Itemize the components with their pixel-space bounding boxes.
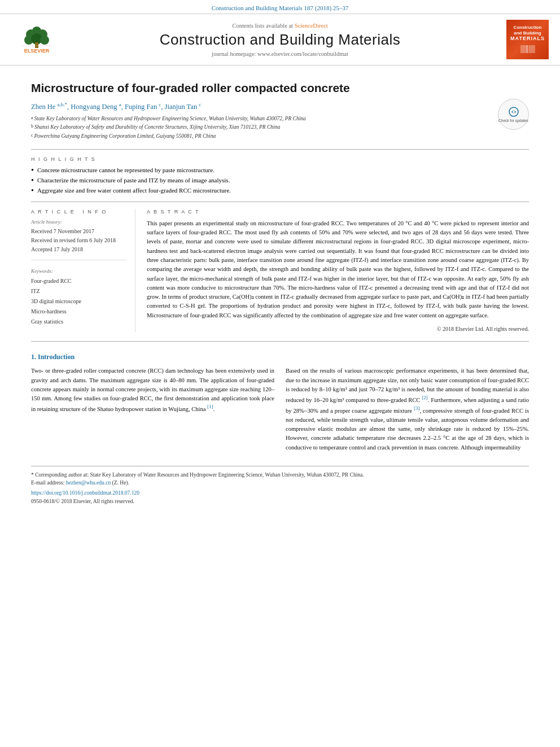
logo-line2: and Building: [514, 30, 541, 36]
body-text-left: Two- or three-graded roller compacted co…: [31, 366, 274, 414]
logo-icon: [519, 44, 536, 54]
affiliations: a State Key Laboratory of Water Resource…: [31, 115, 529, 140]
bullet-icon-2: •: [31, 177, 34, 185]
content-area: Microstructure of four-graded roller com…: [0, 65, 560, 516]
body-text-right: Based on the results of various macrosco…: [286, 366, 529, 452]
svg-point-6: [40, 36, 49, 45]
bullet-icon-3: •: [31, 187, 34, 195]
abstract-col: A B S T R A C T This paper presents an e…: [147, 209, 529, 332]
bullet-icon: •: [31, 167, 34, 174]
highlight-1: • Concrete microstructure cannot be repr…: [31, 167, 529, 174]
footnote-email[interactable]: hezhen@whu.edu.cn: [66, 480, 111, 486]
article-info-abstract: A R T I C L E I N F O Article history: R…: [31, 209, 529, 332]
keyword-3: 3D digital microscope: [31, 296, 126, 307]
highlight-3: • Aggregate size and free water content …: [31, 187, 529, 195]
journal-homepage: journal homepage: www.elsevier.com/locat…: [68, 51, 492, 57]
journal-title: Construction and Building Materials: [68, 31, 492, 49]
copyright: © 2018 Elsevier Ltd. All rights reserved…: [147, 326, 529, 332]
body-col-left: Two- or three-graded roller compacted co…: [31, 366, 274, 456]
author-he-sup: a,b,*: [58, 102, 68, 107]
affil-c: c Powerchina Guiyang Engineering Corpora…: [31, 132, 529, 140]
contents-available: Contents lists available at ScienceDirec…: [68, 23, 492, 29]
author-tan-sup: c: [199, 102, 201, 107]
accepted-date: Accepted 17 July 2018: [31, 245, 126, 254]
ref-1: [1]: [207, 404, 213, 409]
received-revised-date: Received in revised form 6 July 2018: [31, 236, 126, 245]
elsevier-logo: ELSEVIER: [11, 24, 62, 55]
footnote-email-row: E-mail address: hezhen@whu.edu.cn (Z. He…: [31, 479, 529, 487]
highlight-2-text: Characterize the microstructure of paste…: [37, 177, 230, 184]
check-updates-label: Check for updates: [498, 119, 528, 123]
body-two-col: Two- or three-graded roller compacted co…: [31, 366, 529, 456]
received-date: Received 7 November 2017: [31, 227, 126, 236]
elsevier-logo-svg: ELSEVIER: [13, 24, 61, 55]
divider-kw: [31, 260, 126, 260]
doi-link[interactable]: https://doi.org/10.1016/j.conbuildmat.20…: [31, 490, 139, 496]
author-deng-sup: a: [119, 102, 121, 107]
journal-header: ELSEVIER Contents lists available at Sci…: [0, 14, 560, 65]
section1-heading: 1. Introduction: [31, 352, 529, 362]
affil-b: b Shanxi Key Laboratory of Safety and Du…: [31, 123, 529, 131]
author-hongyang-deng: Hongyang Deng: [71, 103, 117, 111]
author-fan-sup: c: [159, 102, 161, 107]
ref-3: [3]: [414, 405, 420, 411]
author-jianjun-tan: Jianjun Tan: [165, 103, 198, 111]
svg-text:ELSEVIER: ELSEVIER: [24, 48, 49, 54]
logo-line3: MATERIALS: [510, 36, 545, 42]
svg-rect-7: [35, 42, 38, 48]
footnote-email-label: E-mail address:: [31, 480, 64, 486]
article-info-col: A R T I C L E I N F O Article history: R…: [31, 209, 135, 332]
article-info-label: A R T I C L E I N F O: [31, 209, 126, 215]
highlight-2: • Characterize the microstructure of pas…: [31, 177, 529, 185]
journal-logo-right: Construction and Building MATERIALS: [498, 20, 549, 59]
svg-rect-10: [520, 45, 527, 53]
keywords-label: Keywords:: [31, 268, 126, 274]
doi-row: https://doi.org/10.1016/j.conbuildmat.20…: [31, 489, 529, 497]
abstract-label: A B S T R A C T: [147, 209, 529, 215]
footnote-area: * Corresponding author at: State Key Lab…: [31, 466, 529, 505]
page: Construction and Building Materials 187 …: [0, 0, 560, 747]
highlight-1-text: Concrete microstructure cannot be repres…: [37, 167, 215, 173]
body-col-right: Based on the results of various macrosco…: [286, 366, 529, 456]
issn-row: 0950-0618/© 2018 Elsevier, All rights re…: [31, 497, 529, 505]
authors: Zhen He a,b,*, Hongyang Deng a, Fuping F…: [31, 102, 529, 111]
divider-2: [31, 202, 529, 202]
footnote-email-note: (Z. He).: [112, 480, 129, 486]
journal-top-bar: Construction and Building Materials 187 …: [0, 0, 560, 14]
affil-a: a State Key Laboratory of Water Resource…: [31, 115, 529, 123]
article-history-label: Article history:: [31, 219, 126, 225]
keyword-5: Gray statistics: [31, 317, 126, 327]
author-fuping-fan: Fuping Fan: [125, 103, 157, 111]
svg-rect-11: [528, 45, 535, 53]
highlight-3-text: Aggregate size and free water content af…: [37, 187, 231, 194]
ref-2: [2]: [422, 395, 428, 400]
author-zhen-he: Zhen He: [31, 103, 55, 111]
keyword-1: Four-graded RCC: [31, 276, 126, 286]
highlights-label: H I G H L I G H T S: [31, 156, 529, 162]
body-content: 1. Introduction Two- or three-graded rol…: [31, 352, 529, 457]
footnote-corresponding: * Corresponding author at: State Key Lab…: [31, 471, 529, 479]
journal-logo-box: Construction and Building MATERIALS: [506, 20, 549, 59]
keyword-2: ITZ: [31, 286, 126, 296]
journal-ref: Construction and Building Materials 187 …: [212, 5, 349, 11]
divider-1: [31, 149, 529, 150]
sciencedirect-link[interactable]: ScienceDirect: [295, 23, 328, 29]
logo-line1: Construction: [514, 25, 542, 30]
highlights-list: • Concrete microstructure cannot be repr…: [31, 167, 529, 195]
check-updates-icon: [508, 106, 519, 117]
keyword-4: Micro-hardness: [31, 307, 126, 317]
article-title: Microstructure of four-graded roller com…: [31, 81, 529, 95]
keywords-list: Four-graded RCC ITZ 3D digital microscop…: [31, 276, 126, 327]
svg-point-14: [513, 111, 515, 113]
abstract-text: This paper presents an experimental stud…: [147, 219, 529, 320]
journal-header-center: Contents lists available at ScienceDirec…: [68, 23, 492, 57]
check-updates-badge: Check for updates: [498, 99, 529, 130]
authors-row: Zhen He a,b,*, Hongyang Deng a, Fuping F…: [31, 102, 529, 111]
divider-3: [31, 341, 529, 342]
history-items: Received 7 November 2017 Received in rev…: [31, 227, 126, 254]
